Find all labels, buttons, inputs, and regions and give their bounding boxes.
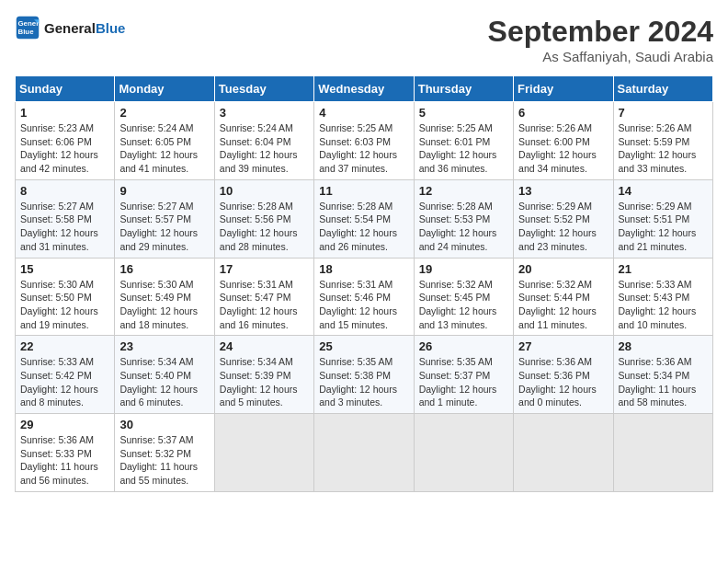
day-number: 19 bbox=[419, 262, 508, 276]
day-info: Sunrise: 5:33 AMSunset: 5:42 PMDaylight:… bbox=[20, 355, 109, 409]
day-info: Sunrise: 5:27 AMSunset: 5:57 PMDaylight:… bbox=[119, 200, 209, 254]
weekday-header-saturday: Saturday bbox=[613, 76, 712, 102]
calendar-cell: 7Sunrise: 5:26 AMSunset: 5:59 PMDaylight… bbox=[613, 102, 712, 180]
weekday-header-sunday: Sunday bbox=[16, 76, 115, 102]
weekday-header-thursday: Thursday bbox=[414, 76, 513, 102]
calendar-cell: 28Sunrise: 5:36 AMSunset: 5:34 PMDayligh… bbox=[613, 336, 712, 414]
calendar-week-row: 15Sunrise: 5:30 AMSunset: 5:50 PMDayligh… bbox=[16, 258, 713, 336]
calendar-cell: 12Sunrise: 5:28 AMSunset: 5:53 PMDayligh… bbox=[414, 179, 513, 258]
day-info: Sunrise: 5:32 AMSunset: 5:44 PMDaylight:… bbox=[518, 278, 608, 332]
calendar-cell: 10Sunrise: 5:28 AMSunset: 5:56 PMDayligh… bbox=[214, 179, 313, 258]
day-number: 22 bbox=[20, 339, 109, 353]
calendar-cell: 11Sunrise: 5:28 AMSunset: 5:54 PMDayligh… bbox=[314, 179, 414, 258]
day-info: Sunrise: 5:26 AMSunset: 5:59 PMDaylight:… bbox=[619, 121, 708, 176]
day-number: 24 bbox=[220, 339, 309, 353]
day-info: Sunrise: 5:29 AMSunset: 5:51 PMDaylight:… bbox=[619, 200, 708, 254]
calendar-cell: 16Sunrise: 5:30 AMSunset: 5:49 PMDayligh… bbox=[115, 258, 214, 336]
calendar-cell: 14Sunrise: 5:29 AMSunset: 5:51 PMDayligh… bbox=[613, 179, 712, 258]
calendar-cell: 25Sunrise: 5:35 AMSunset: 5:38 PMDayligh… bbox=[314, 336, 414, 414]
day-info: Sunrise: 5:34 AMSunset: 5:40 PMDaylight:… bbox=[119, 355, 209, 409]
day-info: Sunrise: 5:33 AMSunset: 5:43 PMDaylight:… bbox=[619, 278, 708, 332]
calendar-cell: 23Sunrise: 5:34 AMSunset: 5:40 PMDayligh… bbox=[115, 336, 214, 414]
calendar-cell: 17Sunrise: 5:31 AMSunset: 5:47 PMDayligh… bbox=[214, 258, 313, 336]
day-info: Sunrise: 5:28 AMSunset: 5:56 PMDaylight:… bbox=[220, 200, 309, 254]
weekday-header-monday: Monday bbox=[115, 76, 214, 102]
day-info: Sunrise: 5:36 AMSunset: 5:34 PMDaylight:… bbox=[619, 355, 708, 409]
calendar-week-row: 1Sunrise: 5:23 AMSunset: 6:06 PMDaylight… bbox=[16, 102, 713, 180]
day-number: 29 bbox=[20, 418, 109, 431]
weekday-header-friday: Friday bbox=[514, 76, 613, 102]
day-number: 3 bbox=[220, 106, 309, 120]
month-title: September 2024 bbox=[488, 15, 713, 49]
day-number: 14 bbox=[619, 184, 708, 198]
calendar-cell: 4Sunrise: 5:25 AMSunset: 6:03 PMDaylight… bbox=[314, 102, 414, 180]
day-number: 25 bbox=[319, 339, 408, 353]
calendar-cell: 20Sunrise: 5:32 AMSunset: 5:44 PMDayligh… bbox=[514, 258, 613, 336]
day-number: 21 bbox=[619, 262, 708, 276]
calendar-cell: 26Sunrise: 5:35 AMSunset: 5:37 PMDayligh… bbox=[414, 336, 513, 414]
day-info: Sunrise: 5:25 AMSunset: 6:01 PMDaylight:… bbox=[419, 121, 508, 176]
day-number: 7 bbox=[619, 106, 708, 120]
calendar-cell: 22Sunrise: 5:33 AMSunset: 5:42 PMDayligh… bbox=[16, 336, 115, 414]
calendar-cell: 6Sunrise: 5:26 AMSunset: 6:00 PMDaylight… bbox=[514, 102, 613, 180]
calendar-cell bbox=[314, 414, 414, 492]
day-info: Sunrise: 5:28 AMSunset: 5:54 PMDaylight:… bbox=[319, 200, 408, 254]
day-number: 26 bbox=[419, 339, 508, 353]
day-number: 2 bbox=[119, 106, 209, 120]
calendar-cell: 29Sunrise: 5:36 AMSunset: 5:33 PMDayligh… bbox=[16, 414, 115, 492]
day-number: 9 bbox=[119, 184, 209, 198]
day-info: Sunrise: 5:35 AMSunset: 5:38 PMDaylight:… bbox=[319, 355, 408, 409]
day-number: 13 bbox=[518, 184, 608, 198]
day-number: 18 bbox=[319, 262, 408, 276]
day-info: Sunrise: 5:26 AMSunset: 6:00 PMDaylight:… bbox=[518, 121, 608, 176]
day-info: Sunrise: 5:35 AMSunset: 5:37 PMDaylight:… bbox=[419, 355, 508, 409]
calendar-cell: 3Sunrise: 5:24 AMSunset: 6:04 PMDaylight… bbox=[214, 102, 313, 180]
day-info: Sunrise: 5:32 AMSunset: 5:45 PMDaylight:… bbox=[419, 278, 508, 332]
day-info: Sunrise: 5:30 AMSunset: 5:50 PMDaylight:… bbox=[20, 278, 109, 332]
weekday-header-tuesday: Tuesday bbox=[214, 76, 313, 102]
day-number: 1 bbox=[20, 106, 109, 120]
day-info: Sunrise: 5:30 AMSunset: 5:49 PMDaylight:… bbox=[119, 278, 209, 332]
day-info: Sunrise: 5:23 AMSunset: 6:06 PMDaylight:… bbox=[20, 121, 109, 176]
weekday-header-row: SundayMondayTuesdayWednesdayThursdayFrid… bbox=[16, 76, 713, 102]
day-info: Sunrise: 5:27 AMSunset: 5:58 PMDaylight:… bbox=[20, 200, 109, 254]
day-number: 5 bbox=[419, 106, 508, 120]
calendar-cell: 5Sunrise: 5:25 AMSunset: 6:01 PMDaylight… bbox=[414, 102, 513, 180]
day-number: 15 bbox=[20, 262, 109, 276]
calendar-week-row: 8Sunrise: 5:27 AMSunset: 5:58 PMDaylight… bbox=[16, 179, 713, 258]
day-number: 10 bbox=[220, 184, 309, 198]
day-info: Sunrise: 5:34 AMSunset: 5:39 PMDaylight:… bbox=[220, 355, 309, 409]
calendar-cell: 18Sunrise: 5:31 AMSunset: 5:46 PMDayligh… bbox=[314, 258, 414, 336]
day-info: Sunrise: 5:31 AMSunset: 5:46 PMDaylight:… bbox=[319, 278, 408, 332]
page-header: General Blue GeneralBlue September 2024 … bbox=[15, 15, 713, 64]
location-subtitle: As Saffaniyah, Saudi Arabia bbox=[488, 49, 713, 64]
day-number: 6 bbox=[518, 106, 608, 120]
day-number: 20 bbox=[518, 262, 608, 276]
calendar-cell: 24Sunrise: 5:34 AMSunset: 5:39 PMDayligh… bbox=[214, 336, 313, 414]
calendar-cell bbox=[514, 414, 613, 492]
day-number: 17 bbox=[220, 262, 309, 276]
day-number: 4 bbox=[319, 106, 408, 120]
day-number: 27 bbox=[518, 339, 608, 353]
day-number: 11 bbox=[319, 184, 408, 198]
calendar-cell bbox=[613, 414, 712, 492]
calendar-cell: 8Sunrise: 5:27 AMSunset: 5:58 PMDaylight… bbox=[16, 179, 115, 258]
calendar-cell bbox=[214, 414, 313, 492]
weekday-header-wednesday: Wednesday bbox=[314, 76, 414, 102]
calendar-cell: 21Sunrise: 5:33 AMSunset: 5:43 PMDayligh… bbox=[613, 258, 712, 336]
day-number: 23 bbox=[119, 339, 209, 353]
day-info: Sunrise: 5:24 AMSunset: 6:04 PMDaylight:… bbox=[220, 121, 309, 176]
logo-icon: General Blue bbox=[15, 15, 40, 40]
calendar-cell bbox=[414, 414, 513, 492]
day-info: Sunrise: 5:29 AMSunset: 5:52 PMDaylight:… bbox=[518, 200, 608, 254]
day-info: Sunrise: 5:31 AMSunset: 5:47 PMDaylight:… bbox=[220, 278, 309, 332]
day-number: 16 bbox=[119, 262, 209, 276]
svg-text:Blue: Blue bbox=[18, 28, 35, 36]
calendar-table: SundayMondayTuesdayWednesdayThursdayFrid… bbox=[15, 75, 713, 492]
day-number: 12 bbox=[419, 184, 508, 198]
calendar-cell: 13Sunrise: 5:29 AMSunset: 5:52 PMDayligh… bbox=[514, 179, 613, 258]
day-info: Sunrise: 5:37 AMSunset: 5:32 PMDaylight:… bbox=[119, 433, 209, 488]
calendar-cell: 19Sunrise: 5:32 AMSunset: 5:45 PMDayligh… bbox=[414, 258, 513, 336]
calendar-cell: 1Sunrise: 5:23 AMSunset: 6:06 PMDaylight… bbox=[16, 102, 115, 180]
calendar-cell: 15Sunrise: 5:30 AMSunset: 5:50 PMDayligh… bbox=[16, 258, 115, 336]
